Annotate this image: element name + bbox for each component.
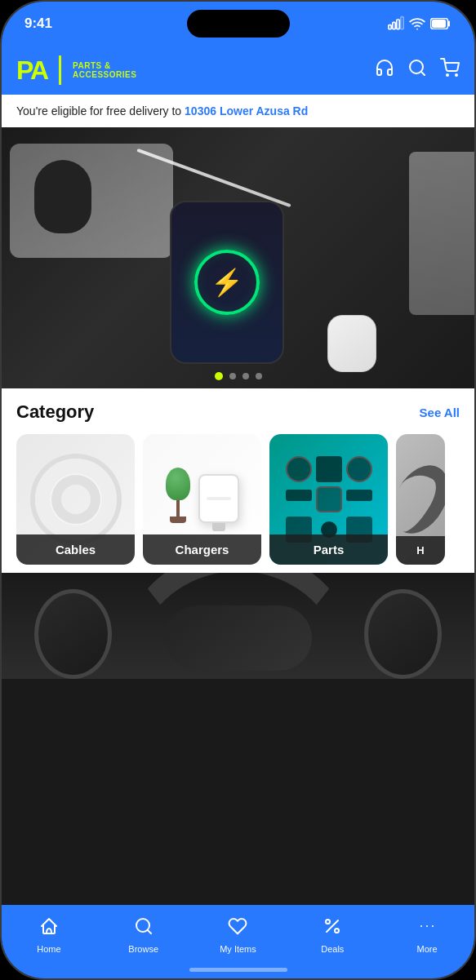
carousel-dots xyxy=(215,372,262,380)
svg-rect-6 xyxy=(432,20,446,28)
more-label: More xyxy=(417,944,438,954)
see-all-button[interactable]: See All xyxy=(420,406,460,419)
svg-rect-1 xyxy=(393,22,395,29)
home-icon xyxy=(39,916,59,941)
status-bar: 9:41 xyxy=(2,2,474,46)
carousel-dot-4[interactable] xyxy=(256,373,262,379)
carousel-dot-2[interactable] xyxy=(229,373,236,379)
category-scroll: Cables xyxy=(16,434,460,565)
phone-shell: 9:41 xyxy=(0,0,476,980)
charge-bolt-icon: ⚡ xyxy=(211,267,243,298)
category-card-chargers[interactable]: Chargers xyxy=(143,434,261,565)
category-card-headphones[interactable]: H xyxy=(396,434,445,565)
mouse-visual xyxy=(34,160,91,233)
svg-rect-3 xyxy=(401,17,403,29)
logo-line1: PARTS & xyxy=(73,61,136,70)
search-nav-icon[interactable] xyxy=(407,58,427,82)
deals-icon xyxy=(323,916,342,941)
battery-icon xyxy=(430,18,452,29)
category-card-parts[interactable]: Parts xyxy=(269,434,388,565)
category-title: Category xyxy=(16,401,94,423)
category-card-cables[interactable]: Cables xyxy=(16,434,135,565)
chargers-label: Chargers xyxy=(143,534,261,565)
logo-subtitle: PARTS & ACCESSORIES xyxy=(73,61,136,79)
promo-bg xyxy=(2,573,474,679)
status-time: 9:41 xyxy=(24,16,52,32)
category-section: Category See All Cables xyxy=(2,388,474,573)
home-indicator xyxy=(189,968,287,972)
signal-icon xyxy=(388,16,404,32)
svg-line-12 xyxy=(147,930,150,933)
status-icons xyxy=(388,16,452,32)
nav-item-browse[interactable]: Browse xyxy=(96,913,191,954)
my-items-icon xyxy=(228,916,247,941)
svg-point-10 xyxy=(456,74,457,76)
cart-icon[interactable] xyxy=(440,58,460,82)
svg-line-8 xyxy=(421,72,425,75)
svg-point-14 xyxy=(326,920,330,924)
navbar-icons xyxy=(375,58,460,82)
category-header: Category See All xyxy=(16,401,460,423)
parts-label: Parts xyxy=(269,534,388,565)
my-items-label: My Items xyxy=(220,944,256,954)
svg-line-13 xyxy=(327,920,338,932)
airpods-case-visual xyxy=(327,315,376,372)
delivery-banner: You're eligible for free delivery to 103… xyxy=(2,95,474,127)
hero-bg: ⚡ xyxy=(2,127,474,388)
svg-point-16 xyxy=(420,925,422,927)
svg-point-17 xyxy=(426,925,428,927)
svg-point-4 xyxy=(416,29,418,30)
headphones-label: H xyxy=(396,536,445,565)
more-icon xyxy=(417,916,437,941)
logo-pa-text: PA xyxy=(16,57,47,83)
bottom-nav: Home Browse My Items xyxy=(2,905,474,978)
logo-divider xyxy=(59,55,61,85)
charge-ring: ⚡ xyxy=(194,250,260,315)
delivery-text-prefix: You're eligible for free delivery to xyxy=(16,104,181,118)
delivery-address[interactable]: 10306 Lower Azusa Rd xyxy=(185,104,308,118)
support-icon[interactable] xyxy=(375,58,394,82)
home-label: Home xyxy=(37,944,60,954)
logo-container: PA PARTS & ACCESSORIES xyxy=(16,55,136,85)
nav-item-deals[interactable]: Deals xyxy=(285,913,380,954)
svg-rect-2 xyxy=(397,20,399,29)
svg-point-9 xyxy=(447,74,448,76)
hero-carousel[interactable]: ⚡ xyxy=(2,127,474,388)
dynamic-island xyxy=(187,10,290,38)
promo-banner xyxy=(2,573,474,679)
nav-item-my-items[interactable]: My Items xyxy=(191,913,286,954)
svg-rect-0 xyxy=(389,25,391,29)
carousel-dot-3[interactable] xyxy=(242,373,249,379)
nav-item-more[interactable]: More xyxy=(380,913,474,954)
logo-line2: ACCESSORIES xyxy=(73,70,136,79)
laptop-visual xyxy=(409,152,474,315)
wifi-icon xyxy=(409,16,425,32)
svg-point-15 xyxy=(335,929,339,933)
nav-item-home[interactable]: Home xyxy=(2,913,96,954)
carousel-dot-1[interactable] xyxy=(215,372,223,380)
browse-icon xyxy=(134,916,153,941)
navbar: PA PARTS & ACCESSORIES xyxy=(2,46,474,95)
cables-label: Cables xyxy=(16,534,135,565)
deals-label: Deals xyxy=(321,944,344,954)
svg-point-18 xyxy=(432,925,434,927)
charging-phone-visual: ⚡ xyxy=(170,201,284,364)
logo-pa: PA xyxy=(16,57,47,83)
browse-label: Browse xyxy=(128,944,158,954)
